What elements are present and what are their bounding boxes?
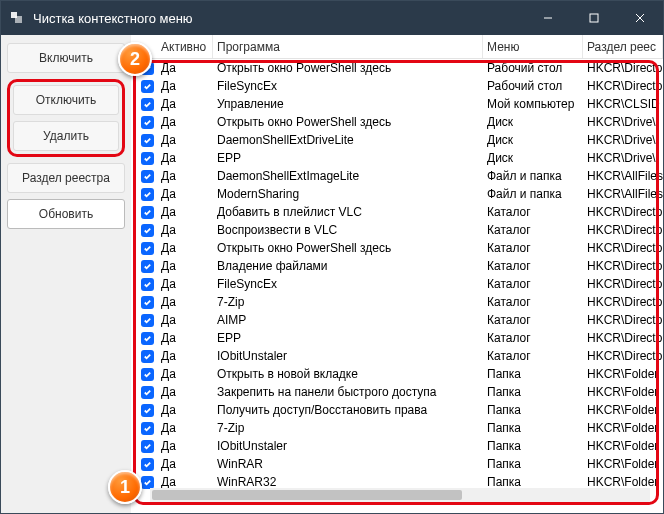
cell-program: Воспроизвести в VLC [213,223,483,237]
cell-active: Да [157,97,213,111]
cell-menu: Диск [483,151,583,165]
table-headers: Активно Программа Меню Раздел реес [131,35,663,59]
header-active[interactable]: Активно [157,35,213,58]
minimize-button[interactable] [525,1,571,35]
cell-registry: HKCR\Directo [583,313,663,327]
cell-menu: Файл и папка [483,187,583,201]
cell-registry: HKCR\Folder [583,403,663,417]
row-checkbox[interactable] [137,242,157,255]
cell-active: Да [157,259,213,273]
table-row[interactable]: Да7-ZipПапкаHKCR\Folder [131,419,663,437]
annotation-marker-2: 2 [118,42,152,76]
table-row[interactable]: ДаОткрыть в новой вкладкеПапкаHKCR\Folde… [131,365,663,383]
table-row[interactable]: ДаВоспроизвести в VLCКаталогHKCR\Directo [131,221,663,239]
table-row[interactable]: ДаОткрыть окно PowerShell здесьКаталогHK… [131,239,663,257]
row-checkbox[interactable] [137,404,157,417]
row-checkbox[interactable] [137,260,157,273]
row-checkbox[interactable] [137,134,157,147]
main-panel: Активно Программа Меню Раздел реес ДаОтк… [131,35,663,513]
row-checkbox[interactable] [137,332,157,345]
cell-active: Да [157,367,213,381]
refresh-button[interactable]: Обновить [7,199,125,229]
row-checkbox[interactable] [137,224,157,237]
cell-registry: HKCR\Folder [583,457,663,471]
table-row[interactable]: ДаDaemonShellExtImageLiteФайл и папкаHKC… [131,167,663,185]
row-checkbox[interactable] [137,98,157,111]
row-checkbox[interactable] [137,422,157,435]
table-row[interactable]: Да FileSyncExРабочий столHKCR\Directo [131,77,663,95]
header-registry[interactable]: Раздел реес [583,35,663,58]
cell-menu: Мой компьютер [483,97,583,111]
table-row[interactable]: ДаОткрыть окно PowerShell здесьДискHKCR\… [131,113,663,131]
body: Включить Отключить Удалить Раздел реестр… [1,35,663,513]
cell-active: Да [157,79,213,93]
delete-button[interactable]: Удалить [13,121,119,151]
cell-registry: HKCR\Directo [583,205,663,219]
table-row[interactable]: ДаIObitUnstalerПапкаHKCR\Folder [131,437,663,455]
cell-program: ModernSharing [213,187,483,201]
cell-menu: Диск [483,115,583,129]
row-checkbox[interactable] [137,314,157,327]
cell-active: Да [157,223,213,237]
scrollbar-thumb[interactable] [152,490,462,500]
row-checkbox[interactable] [137,368,157,381]
row-checkbox[interactable] [137,116,157,129]
cell-program: IObitUnstaler [213,349,483,363]
table-row[interactable]: ДаУправлениеМой компьютерHKCR\CLSID [131,95,663,113]
cell-menu: Файл и папка [483,169,583,183]
cell-program: WinRAR32 [213,475,483,489]
cell-registry: HKCR\Drive\ [583,115,663,129]
horizontal-scrollbar[interactable] [150,488,650,502]
table-row[interactable]: ДаВладение файламиКаталогHKCR\Directo [131,257,663,275]
table-row[interactable]: ДаОткрыть окно PowerShell здесьРабочий с… [131,59,663,77]
row-checkbox[interactable] [137,152,157,165]
table-row[interactable]: ДаWinRARПапкаHKCR\Folder [131,455,663,473]
cell-menu: Диск [483,133,583,147]
table-row[interactable]: ДаAIMPКаталогHKCR\Directo [131,311,663,329]
titlebar: Чистка контекстного меню [1,1,663,35]
cell-menu: Папка [483,439,583,453]
row-checkbox[interactable] [137,458,157,471]
cell-active: Да [157,421,213,435]
cell-active: Да [157,331,213,345]
enable-button[interactable]: Включить [7,43,125,73]
table-row[interactable]: ДаModernSharingФайл и папкаHKCR\AllFiles [131,185,663,203]
row-checkbox[interactable] [137,350,157,363]
table-row[interactable]: ДаПолучить доступ/Восстановить праваПапк… [131,401,663,419]
row-checkbox[interactable] [137,296,157,309]
cell-menu: Каталог [483,241,583,255]
row-checkbox[interactable] [137,170,157,183]
svg-rect-3 [590,14,598,22]
row-checkbox[interactable] [137,206,157,219]
cell-registry: HKCR\Directo [583,277,663,291]
row-checkbox[interactable] [137,278,157,291]
table-row[interactable]: ДаДобавить в плейлист VLCКаталогHKCR\Dir… [131,203,663,221]
table-row[interactable]: ДаDaemonShellExtDriveLiteДискHKCR\Drive\ [131,131,663,149]
table-row[interactable]: ДаIObitUnstalerКаталогHKCR\Directo [131,347,663,365]
cell-menu: Папка [483,421,583,435]
cell-program: EPP [213,151,483,165]
row-checkbox[interactable] [137,386,157,399]
cell-program: Открыть в новой вкладке [213,367,483,381]
cell-active: Да [157,61,213,75]
table-row[interactable]: Да FileSyncExКаталогHKCR\Directo [131,275,663,293]
row-checkbox[interactable] [137,80,157,93]
registry-section-button[interactable]: Раздел реестра [7,163,125,193]
cell-active: Да [157,403,213,417]
maximize-button[interactable] [571,1,617,35]
table-row[interactable]: ДаЗакрепить на панели быстрого доступаПа… [131,383,663,401]
table-row[interactable]: ДаEPPДискHKCR\Drive\ [131,149,663,167]
header-program[interactable]: Программа [213,35,483,58]
table-row[interactable]: Да7-ZipКаталогHKCR\Directo [131,293,663,311]
close-button[interactable] [617,1,663,35]
cell-program: Получить доступ/Восстановить права [213,403,483,417]
header-menu[interactable]: Меню [483,35,583,58]
row-checkbox[interactable] [137,188,157,201]
cell-active: Да [157,439,213,453]
table-row[interactable]: ДаEPPКаталогHKCR\Directo [131,329,663,347]
row-checkbox[interactable] [137,440,157,453]
cell-program: IObitUnstaler [213,439,483,453]
cell-program: 7-Zip [213,421,483,435]
disable-button[interactable]: Отключить [13,85,119,115]
cell-program: Добавить в плейлист VLC [213,205,483,219]
